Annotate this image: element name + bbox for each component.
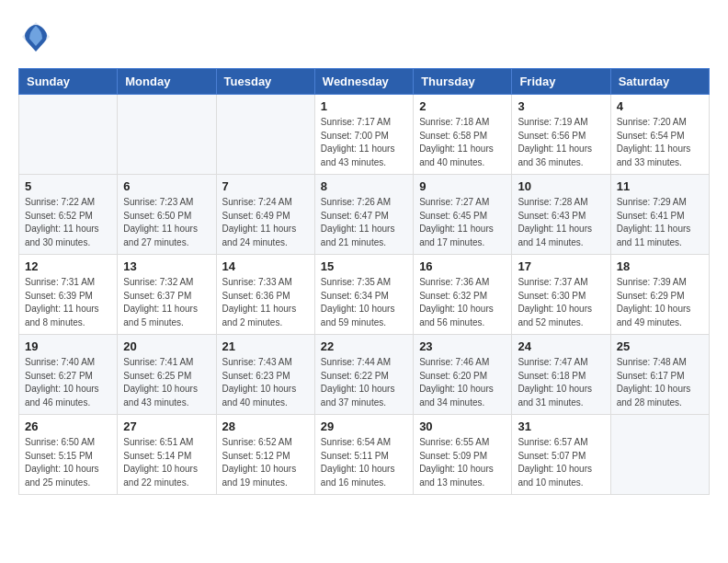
day-number: 14	[222, 259, 309, 273]
day-info: Sunrise: 7:36 AM Sunset: 6:32 PM Dayligh…	[419, 276, 506, 329]
day-info: Sunrise: 7:43 AM Sunset: 6:23 PM Dayligh…	[222, 356, 309, 409]
calendar-week-row: 1Sunrise: 7:17 AM Sunset: 7:00 PM Daylig…	[19, 95, 710, 175]
day-of-week-header: Saturday	[610, 69, 709, 95]
day-number: 31	[518, 419, 604, 433]
day-info: Sunrise: 7:35 AM Sunset: 6:34 PM Dayligh…	[321, 276, 407, 329]
day-number: 29	[321, 419, 407, 433]
day-info: Sunrise: 6:55 AM Sunset: 5:09 PM Dayligh…	[419, 436, 506, 489]
calendar-cell: 27Sunrise: 6:51 AM Sunset: 5:14 PM Dayli…	[118, 415, 216, 495]
day-info: Sunrise: 7:37 AM Sunset: 6:30 PM Dayligh…	[518, 276, 604, 329]
day-info: Sunrise: 6:57 AM Sunset: 5:07 PM Dayligh…	[518, 436, 604, 489]
calendar-cell: 6Sunrise: 7:23 AM Sunset: 6:50 PM Daylig…	[118, 175, 216, 255]
calendar-cell: 13Sunrise: 7:32 AM Sunset: 6:37 PM Dayli…	[118, 255, 216, 335]
day-of-week-header: Monday	[118, 69, 216, 95]
calendar-cell: 14Sunrise: 7:33 AM Sunset: 6:36 PM Dayli…	[216, 255, 314, 335]
calendar-cell: 18Sunrise: 7:39 AM Sunset: 6:29 PM Dayli…	[610, 255, 709, 335]
day-of-week-header: Friday	[512, 69, 610, 95]
calendar-cell: 9Sunrise: 7:27 AM Sunset: 6:45 PM Daylig…	[414, 175, 512, 255]
calendar-cell: 31Sunrise: 6:57 AM Sunset: 5:07 PM Dayli…	[512, 415, 610, 495]
day-info: Sunrise: 7:32 AM Sunset: 6:37 PM Dayligh…	[123, 276, 210, 329]
day-info: Sunrise: 7:39 AM Sunset: 6:29 PM Dayligh…	[617, 276, 703, 329]
calendar: SundayMondayTuesdayWednesdayThursdayFrid…	[18, 68, 710, 495]
day-info: Sunrise: 7:22 AM Sunset: 6:52 PM Dayligh…	[25, 196, 111, 249]
day-number: 26	[25, 419, 111, 433]
calendar-week-row: 5Sunrise: 7:22 AM Sunset: 6:52 PM Daylig…	[19, 175, 710, 255]
calendar-cell	[610, 415, 709, 495]
day-info: Sunrise: 7:40 AM Sunset: 6:27 PM Dayligh…	[25, 356, 111, 409]
page-header	[18, 18, 710, 53]
day-number: 13	[123, 259, 210, 273]
day-info: Sunrise: 7:41 AM Sunset: 6:25 PM Dayligh…	[123, 356, 210, 409]
calendar-cell: 25Sunrise: 7:48 AM Sunset: 6:17 PM Dayli…	[610, 335, 709, 415]
day-number: 19	[25, 339, 111, 353]
day-info: Sunrise: 7:48 AM Sunset: 6:17 PM Dayligh…	[617, 356, 703, 409]
day-of-week-header: Sunday	[19, 69, 118, 95]
day-number: 3	[518, 99, 604, 113]
calendar-cell: 28Sunrise: 6:52 AM Sunset: 5:12 PM Dayli…	[216, 415, 314, 495]
day-info: Sunrise: 7:47 AM Sunset: 6:18 PM Dayligh…	[518, 356, 604, 409]
calendar-cell: 30Sunrise: 6:55 AM Sunset: 5:09 PM Dayli…	[414, 415, 512, 495]
calendar-cell: 5Sunrise: 7:22 AM Sunset: 6:52 PM Daylig…	[19, 175, 118, 255]
day-number: 12	[25, 259, 111, 273]
day-info: Sunrise: 7:19 AM Sunset: 6:56 PM Dayligh…	[518, 116, 604, 169]
calendar-cell: 10Sunrise: 7:28 AM Sunset: 6:43 PM Dayli…	[512, 175, 610, 255]
day-of-week-header: Thursday	[414, 69, 512, 95]
day-info: Sunrise: 7:33 AM Sunset: 6:36 PM Dayligh…	[222, 276, 309, 329]
day-of-week-header: Wednesday	[314, 69, 413, 95]
calendar-cell: 26Sunrise: 6:50 AM Sunset: 5:15 PM Dayli…	[19, 415, 118, 495]
day-number: 5	[25, 179, 111, 193]
calendar-cell: 22Sunrise: 7:44 AM Sunset: 6:22 PM Dayli…	[314, 335, 413, 415]
day-info: Sunrise: 6:51 AM Sunset: 5:14 PM Dayligh…	[123, 436, 210, 489]
day-number: 27	[123, 419, 210, 433]
calendar-header-row: SundayMondayTuesdayWednesdayThursdayFrid…	[19, 69, 710, 95]
calendar-cell	[19, 95, 118, 175]
day-number: 1	[321, 99, 407, 113]
calendar-cell: 11Sunrise: 7:29 AM Sunset: 6:41 PM Dayli…	[610, 175, 709, 255]
day-number: 21	[222, 339, 309, 353]
day-number: 2	[419, 99, 506, 113]
calendar-cell	[216, 95, 314, 175]
calendar-cell: 23Sunrise: 7:46 AM Sunset: 6:20 PM Dayli…	[414, 335, 512, 415]
day-info: Sunrise: 7:17 AM Sunset: 7:00 PM Dayligh…	[321, 116, 407, 169]
day-info: Sunrise: 6:52 AM Sunset: 5:12 PM Dayligh…	[222, 436, 309, 489]
day-info: Sunrise: 7:18 AM Sunset: 6:58 PM Dayligh…	[419, 116, 506, 169]
calendar-cell: 17Sunrise: 7:37 AM Sunset: 6:30 PM Dayli…	[512, 255, 610, 335]
day-number: 25	[617, 339, 703, 353]
day-info: Sunrise: 7:28 AM Sunset: 6:43 PM Dayligh…	[518, 196, 604, 249]
day-number: 23	[419, 339, 506, 353]
calendar-week-row: 12Sunrise: 7:31 AM Sunset: 6:39 PM Dayli…	[19, 255, 710, 335]
day-info: Sunrise: 7:44 AM Sunset: 6:22 PM Dayligh…	[321, 356, 407, 409]
calendar-week-row: 26Sunrise: 6:50 AM Sunset: 5:15 PM Dayli…	[19, 415, 710, 495]
day-number: 20	[123, 339, 210, 353]
day-number: 6	[123, 179, 210, 193]
calendar-cell: 3Sunrise: 7:19 AM Sunset: 6:56 PM Daylig…	[512, 95, 610, 175]
calendar-cell: 19Sunrise: 7:40 AM Sunset: 6:27 PM Dayli…	[19, 335, 118, 415]
calendar-cell: 24Sunrise: 7:47 AM Sunset: 6:18 PM Dayli…	[512, 335, 610, 415]
day-number: 28	[222, 419, 309, 433]
calendar-week-row: 19Sunrise: 7:40 AM Sunset: 6:27 PM Dayli…	[19, 335, 710, 415]
day-number: 15	[321, 259, 407, 273]
day-info: Sunrise: 7:23 AM Sunset: 6:50 PM Dayligh…	[123, 196, 210, 249]
calendar-cell: 1Sunrise: 7:17 AM Sunset: 7:00 PM Daylig…	[314, 95, 413, 175]
day-info: Sunrise: 7:20 AM Sunset: 6:54 PM Dayligh…	[617, 116, 703, 169]
day-info: Sunrise: 7:24 AM Sunset: 6:49 PM Dayligh…	[222, 196, 309, 249]
day-number: 30	[419, 419, 506, 433]
calendar-cell: 21Sunrise: 7:43 AM Sunset: 6:23 PM Dayli…	[216, 335, 314, 415]
logo	[18, 18, 57, 53]
logo-icon	[18, 18, 53, 53]
day-number: 11	[617, 179, 703, 193]
calendar-cell: 12Sunrise: 7:31 AM Sunset: 6:39 PM Dayli…	[19, 255, 118, 335]
calendar-cell: 4Sunrise: 7:20 AM Sunset: 6:54 PM Daylig…	[610, 95, 709, 175]
calendar-cell: 20Sunrise: 7:41 AM Sunset: 6:25 PM Dayli…	[118, 335, 216, 415]
day-info: Sunrise: 7:46 AM Sunset: 6:20 PM Dayligh…	[419, 356, 506, 409]
calendar-cell: 7Sunrise: 7:24 AM Sunset: 6:49 PM Daylig…	[216, 175, 314, 255]
calendar-cell: 8Sunrise: 7:26 AM Sunset: 6:47 PM Daylig…	[314, 175, 413, 255]
day-info: Sunrise: 7:31 AM Sunset: 6:39 PM Dayligh…	[25, 276, 111, 329]
day-number: 8	[321, 179, 407, 193]
day-number: 9	[419, 179, 506, 193]
day-number: 16	[419, 259, 506, 273]
day-number: 4	[617, 99, 703, 113]
day-number: 24	[518, 339, 604, 353]
calendar-cell: 2Sunrise: 7:18 AM Sunset: 6:58 PM Daylig…	[414, 95, 512, 175]
day-info: Sunrise: 6:54 AM Sunset: 5:11 PM Dayligh…	[321, 436, 407, 489]
